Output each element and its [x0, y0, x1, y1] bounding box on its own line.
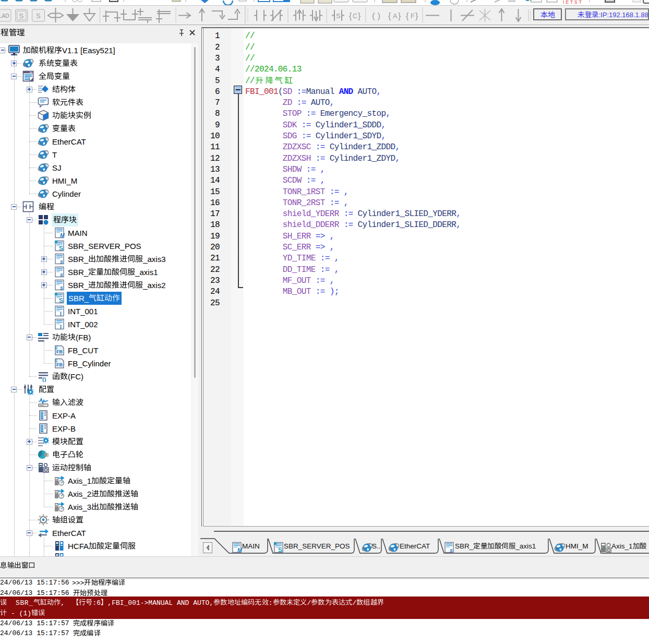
svg-text:A: A [393, 12, 398, 20]
svg-text:{: { [388, 11, 391, 20]
svg-text:F: F [411, 12, 415, 20]
svg-text:S: S [59, 297, 63, 304]
svg-text:s: s [450, 547, 453, 553]
svg-text:}: } [415, 11, 418, 20]
svg-text:( ): ( ) [372, 11, 380, 21]
svg-text:}: } [398, 11, 401, 20]
svg-text:S: S [59, 245, 63, 252]
svg-text:I: I [60, 311, 62, 317]
svg-text:{: { [349, 11, 352, 20]
svg-text:{: { [406, 11, 409, 20]
svg-text:$: $ [56, 359, 59, 363]
svg-text:S: S [19, 12, 24, 20]
svg-text:IETST: IETST [563, 0, 582, 5]
svg-text:LAD: LAD [0, 13, 9, 19]
svg-text:}: } [358, 11, 361, 20]
svg-text:S: S [36, 12, 41, 20]
svg-text:S: S [336, 12, 341, 20]
svg-text:s: s [60, 271, 63, 278]
svg-text:C: C [353, 13, 357, 20]
svg-text:s: s [60, 284, 63, 291]
svg-text:S: S [278, 546, 282, 553]
svg-text:$: $ [56, 345, 59, 350]
svg-text:s: s [60, 258, 63, 265]
svg-text:(): () [42, 376, 46, 383]
svg-text:M: M [60, 232, 65, 238]
svg-text:M: M [237, 547, 242, 553]
svg-text:I: I [60, 324, 62, 330]
